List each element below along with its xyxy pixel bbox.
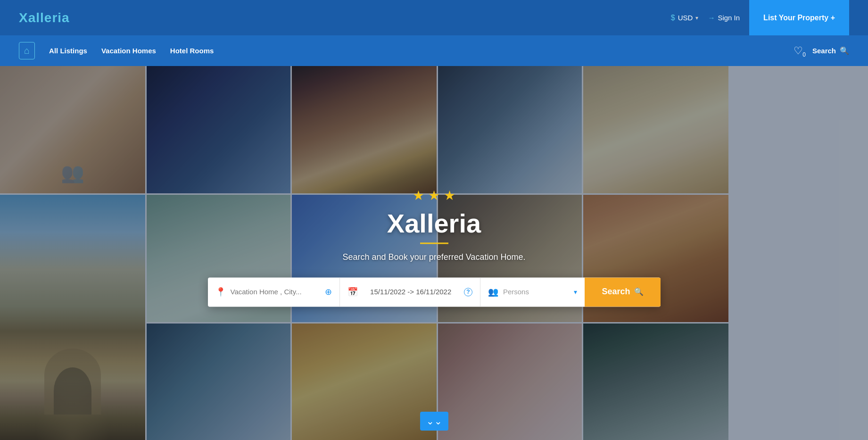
search-persons-field: 👥 Persons 1 Person 2 Persons 3 Persons 4… xyxy=(480,277,585,307)
nav-search-button[interactable]: Search 🔍 xyxy=(812,46,849,55)
top-bar: Xalleria $ USD ▾ → Sign In List Your Pro… xyxy=(0,0,868,35)
persons-icon: 👥 xyxy=(488,287,498,297)
search-location-field: 📍 ⊕ xyxy=(208,277,340,307)
dollar-icon: $ xyxy=(671,14,675,22)
nav-link-all-listings[interactable]: All Listings xyxy=(49,47,87,55)
search-bar: 📍 ⊕ 📅 15/11/2022 -> 16/11/2022 ? 👥 Perso… xyxy=(208,277,661,307)
top-right-controls: $ USD ▾ → Sign In List Your Property + xyxy=(671,0,849,35)
list-property-button[interactable]: List Your Property + xyxy=(749,0,849,35)
logo: Xalleria xyxy=(19,10,70,25)
persons-chevron-icon: ▾ xyxy=(574,288,577,296)
currency-label: USD xyxy=(678,14,693,22)
signin-arrow-icon: → xyxy=(708,14,715,22)
nav-link-hotel-rooms[interactable]: Hotel Rooms xyxy=(170,47,214,55)
hero-content: ★ ★ ★ Xalleria Search and Book your pref… xyxy=(208,188,661,307)
hero-stars: ★ ★ ★ xyxy=(208,188,661,203)
search-nav-icon: 🔍 xyxy=(840,46,849,55)
hero-section: ★ ★ ★ Xalleria Search and Book your pref… xyxy=(0,66,868,440)
location-input[interactable] xyxy=(231,288,320,296)
hero-subtitle: Search and Book your preferred Vacation … xyxy=(208,252,661,262)
heart-icon: ♡ xyxy=(794,45,803,57)
list-property-label: List Your Property + xyxy=(763,14,835,22)
nav-link-vacation-homes[interactable]: Vacation Homes xyxy=(101,47,156,55)
calendar-icon: 📅 xyxy=(347,287,358,297)
location-icon: 📍 xyxy=(215,287,226,297)
sign-in-button[interactable]: → Sign In xyxy=(708,14,740,22)
home-icon: ⌂ xyxy=(24,45,30,56)
search-dates-field: 📅 15/11/2022 -> 16/11/2022 ? xyxy=(340,277,480,307)
info-icon[interactable]: ? xyxy=(464,288,472,296)
search-button-label: Search xyxy=(602,287,630,297)
nav-right: ♡ 0 Search 🔍 xyxy=(794,45,849,57)
currency-chevron: ▾ xyxy=(695,15,698,21)
currency-selector[interactable]: $ USD ▾ xyxy=(671,14,699,22)
wishlist-count: 0 xyxy=(802,51,806,58)
persons-select[interactable]: Persons 1 Person 2 Persons 3 Persons 4 P… xyxy=(503,288,570,296)
sign-in-label: Sign In xyxy=(718,14,740,22)
search-button-icon: 🔍 xyxy=(634,287,644,296)
hero-divider xyxy=(420,242,448,244)
search-nav-label: Search xyxy=(812,47,836,55)
home-nav-button[interactable]: ⌂ xyxy=(19,42,35,59)
hero-title: Xalleria xyxy=(208,208,661,239)
search-button[interactable]: Search 🔍 xyxy=(585,277,660,307)
wishlist-button[interactable]: ♡ 0 xyxy=(794,45,803,57)
locate-icon[interactable]: ⊕ xyxy=(325,287,332,297)
scroll-down-icon: ⌄⌄ xyxy=(426,416,442,426)
nav-links: All Listings Vacation Homes Hotel Rooms xyxy=(49,47,779,55)
nav-bar: ⌂ All Listings Vacation Homes Hotel Room… xyxy=(0,35,868,66)
scroll-down-button[interactable]: ⌄⌄ xyxy=(420,412,448,431)
dates-value[interactable]: 15/11/2022 -> 16/11/2022 xyxy=(363,288,459,296)
